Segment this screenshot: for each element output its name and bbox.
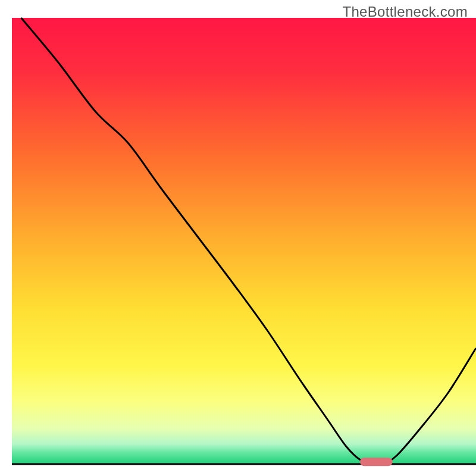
gradient-background xyxy=(12,18,476,464)
chart-canvas: TheBottleneck.com xyxy=(0,0,476,476)
watermark-text: TheBottleneck.com xyxy=(342,4,468,20)
bottleneck-chart xyxy=(0,0,476,476)
optimal-range-marker xyxy=(360,458,393,466)
